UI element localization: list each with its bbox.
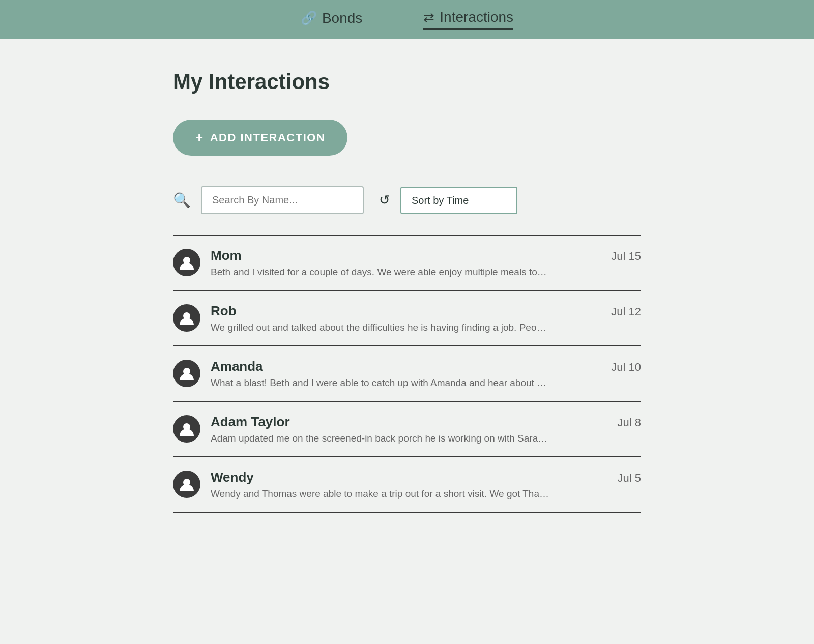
interaction-header: Adam Taylor Jul 8 xyxy=(211,414,641,430)
interaction-name: Amanda xyxy=(211,359,263,374)
interaction-item[interactable]: Amanda Jul 10 What a blast! Beth and I w… xyxy=(173,346,641,402)
search-icon: 🔍 xyxy=(173,192,191,209)
nav-bonds-label: Bonds xyxy=(322,10,362,26)
interaction-item[interactable]: Rob Jul 12 We grilled out and talked abo… xyxy=(173,291,641,346)
interaction-body: Amanda Jul 10 What a blast! Beth and I w… xyxy=(211,359,641,389)
interaction-name: Wendy xyxy=(211,470,254,485)
interaction-date: Jul 8 xyxy=(618,416,641,429)
interaction-date: Jul 5 xyxy=(618,472,641,485)
interactions-list: Mom Jul 15 Beth and I visited for a coup… xyxy=(173,235,641,513)
nav-bonds[interactable]: 🔗 Bonds xyxy=(301,10,362,30)
avatar xyxy=(173,249,200,276)
avatar xyxy=(173,360,200,387)
add-interaction-label: ADD INTERACTION xyxy=(210,131,326,144)
interaction-date: Jul 10 xyxy=(611,361,641,374)
interactions-icon: ⇄ xyxy=(423,10,434,25)
avatar xyxy=(173,304,200,332)
interaction-preview: Beth and I visited for a couple of days.… xyxy=(211,267,641,278)
interaction-name: Adam Taylor xyxy=(211,414,290,430)
interaction-body: Rob Jul 12 We grilled out and talked abo… xyxy=(211,303,641,333)
interaction-header: Rob Jul 12 xyxy=(211,303,641,319)
interaction-header: Wendy Jul 5 xyxy=(211,470,641,485)
search-input[interactable] xyxy=(201,186,364,214)
nav-interactions[interactable]: ⇄ Interactions xyxy=(423,9,513,30)
interaction-name: Mom xyxy=(211,248,242,264)
interaction-body: Mom Jul 15 Beth and I visited for a coup… xyxy=(211,248,641,278)
nav-bar: 🔗 Bonds ⇄ Interactions xyxy=(0,0,814,39)
interaction-preview: Wendy and Thomas were able to make a tri… xyxy=(211,488,641,500)
avatar xyxy=(173,415,200,443)
interaction-name: Rob xyxy=(211,303,237,319)
sort-select[interactable]: Sort by Time xyxy=(400,187,517,214)
plus-icon: + xyxy=(195,130,204,145)
interaction-preview: We grilled out and talked about the diff… xyxy=(211,322,641,333)
interaction-body: Adam Taylor Jul 8 Adam updated me on the… xyxy=(211,414,641,444)
page-title: My Interactions xyxy=(173,70,641,94)
add-interaction-button[interactable]: + ADD INTERACTION xyxy=(173,120,347,156)
filter-row: 🔍 ↺ Sort by Time xyxy=(173,186,641,214)
interaction-item[interactable]: Adam Taylor Jul 8 Adam updated me on the… xyxy=(173,402,641,457)
sort-icon: ↺ xyxy=(379,192,390,208)
interaction-item[interactable]: Mom Jul 15 Beth and I visited for a coup… xyxy=(173,236,641,291)
interaction-date: Jul 15 xyxy=(611,250,641,263)
interaction-body: Wendy Jul 5 Wendy and Thomas were able t… xyxy=(211,470,641,500)
interaction-preview: What a blast! Beth and I were able to ca… xyxy=(211,377,641,389)
bonds-icon: 🔗 xyxy=(301,10,317,26)
main-content: My Interactions + ADD INTERACTION 🔍 ↺ So… xyxy=(153,39,661,533)
avatar xyxy=(173,471,200,498)
interaction-preview: Adam updated me on the screened-in back … xyxy=(211,433,641,444)
nav-interactions-label: Interactions xyxy=(440,9,513,25)
interaction-header: Mom Jul 15 xyxy=(211,248,641,264)
interaction-item[interactable]: Wendy Jul 5 Wendy and Thomas were able t… xyxy=(173,457,641,513)
interaction-header: Amanda Jul 10 xyxy=(211,359,641,374)
interaction-date: Jul 12 xyxy=(611,305,641,318)
